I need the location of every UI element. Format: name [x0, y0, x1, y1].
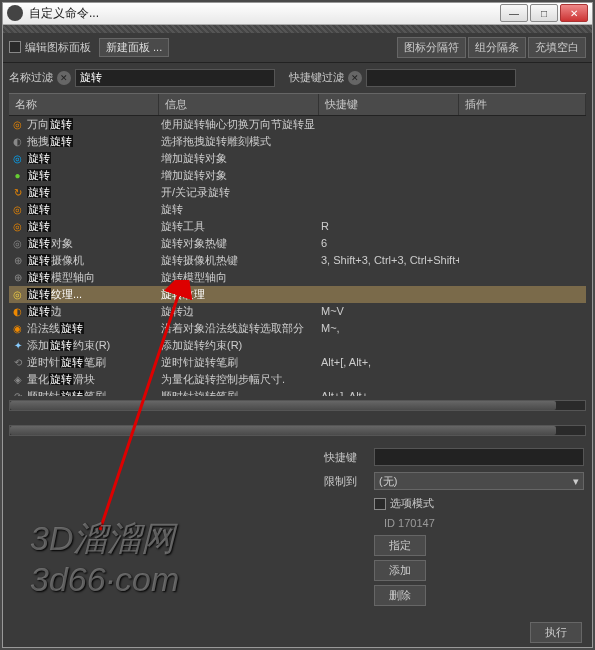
cell-info: 旋转边 [159, 304, 319, 319]
table-row[interactable]: ◐拖拽旋转选择拖拽旋转雕刻模式 [9, 133, 586, 150]
cell-info: 沿着对象沿法线旋转选取部分 [159, 321, 319, 336]
table-header: 名称 信息 快捷键 插件 [9, 93, 586, 116]
horizontal-scrollbar[interactable] [9, 400, 586, 411]
chevron-down-icon: ▾ [573, 475, 579, 488]
clear-name-filter-icon[interactable]: ✕ [57, 71, 71, 85]
cell-info: 旋转对象热键 [159, 236, 319, 251]
bottom-left [11, 448, 314, 610]
row-icon: ◎ [11, 118, 24, 131]
assign-button[interactable]: 指定 [374, 535, 426, 556]
horizontal-scrollbar-2[interactable] [9, 425, 586, 436]
cell-name: ◉沿法线旋转 [9, 321, 159, 336]
shortcut-label: 快捷键 [324, 450, 374, 465]
row-name: 旋转模型轴向 [27, 270, 95, 285]
table-row[interactable]: ◎旋转旋转 [9, 201, 586, 218]
add-button[interactable]: 添加 [374, 560, 426, 581]
cell-name: ◈量化旋转滑块 [9, 372, 159, 387]
window-buttons: — □ ✕ [500, 4, 588, 22]
row-icon: ◎ [11, 288, 24, 301]
bottom-panel: 快捷键 限制到 (无) ▾ 选项模式 ID 170147 指定 添加 删除 [3, 440, 592, 618]
cell-info: 为量化旋转控制步幅尺寸. [159, 372, 319, 387]
close-button[interactable]: ✕ [560, 4, 588, 22]
delete-button[interactable]: 删除 [374, 585, 426, 606]
table-row[interactable]: ⟲逆时针旋转笔刷逆时针旋转笔刷Alt+[, Alt+, [9, 354, 586, 371]
restrict-label: 限制到 [324, 474, 374, 489]
col-name[interactable]: 名称 [9, 94, 159, 115]
cell-name: ↻旋转 [9, 185, 159, 200]
cell-name: ◎旋转 [9, 202, 159, 217]
edit-icon-panel-checkbox[interactable] [9, 41, 21, 53]
scrollbar-thumb[interactable] [10, 401, 556, 410]
row-icon: ◈ [11, 373, 24, 386]
cell-shortcut: Alt+[, Alt+, [319, 356, 459, 368]
table-body: ◎万向旋转使用旋转轴心切换万向节旋转显◐拖拽旋转选择拖拽旋转雕刻模式◎旋转增加旋… [9, 116, 586, 396]
execute-button[interactable]: 执行 [530, 622, 582, 643]
table-row[interactable]: ◎旋转纹理...旋转纹理 [9, 286, 586, 303]
row-name: 沿法线旋转 [27, 321, 84, 336]
col-shortcut[interactable]: 快捷键 [319, 94, 459, 115]
cell-info: 旋转纹理 [159, 287, 319, 302]
row-name: 旋转对象 [27, 236, 73, 251]
row-name: 添加旋转约束(R) [27, 338, 110, 353]
icon-separator-button[interactable]: 图标分隔符 [397, 37, 466, 58]
cell-shortcut: M~, [319, 322, 459, 334]
commands-table: 名称 信息 快捷键 插件 ◎万向旋转使用旋转轴心切换万向节旋转显◐拖拽旋转选择拖… [9, 93, 586, 396]
scrollbar-thumb-2[interactable] [10, 426, 556, 435]
fill-space-button[interactable]: 充填空白 [528, 37, 586, 58]
group-separator-button[interactable]: 组分隔条 [468, 37, 526, 58]
table-row[interactable]: ⊕旋转摄像机旋转摄像机热键3, Shift+3, Ctrl+3, Ctrl+Sh… [9, 252, 586, 269]
execute-row: 执行 [3, 618, 592, 647]
table-row[interactable]: ⊕旋转模型轴向旋转模型轴向 [9, 269, 586, 286]
row-icon: ◉ [11, 322, 24, 335]
row-icon: ● [11, 169, 24, 182]
row-name: 顺时针旋转笔刷 [27, 389, 106, 396]
row-name: 量化旋转滑块 [27, 372, 95, 387]
cell-info: 增加旋转对象 [159, 168, 319, 183]
table-row[interactable]: ◎旋转旋转工具R [9, 218, 586, 235]
minimize-button[interactable]: — [500, 4, 528, 22]
row-name: 旋转边 [27, 304, 62, 319]
table-row[interactable]: ◎旋转对象旋转对象热键6 [9, 235, 586, 252]
shortcut-filter-input[interactable] [366, 69, 516, 87]
cell-name: ◎万向旋转 [9, 117, 159, 132]
cell-info: 逆时针旋转笔刷 [159, 355, 319, 370]
cell-info: 使用旋转轴心切换万向节旋转显 [159, 117, 319, 132]
cell-info: 旋转摄像机热键 [159, 253, 319, 268]
name-filter-input[interactable] [75, 69, 275, 87]
row-name: 旋转 [27, 168, 51, 183]
table-row[interactable]: ↻旋转开/关记录旋转 [9, 184, 586, 201]
shortcut-input[interactable] [374, 448, 584, 466]
row-name: 旋转 [27, 185, 51, 200]
col-plugin[interactable]: 插件 [459, 94, 586, 115]
option-mode-checkbox[interactable] [374, 498, 386, 510]
new-panel-button[interactable]: 新建面板 ... [99, 38, 169, 57]
table-row[interactable]: ◈量化旋转滑块为量化旋转控制步幅尺寸. [9, 371, 586, 388]
table-row[interactable]: ◉沿法线旋转沿着对象沿法线旋转选取部分M~, [9, 320, 586, 337]
table-row[interactable]: ◐旋转边旋转边M~V [9, 303, 586, 320]
col-info[interactable]: 信息 [159, 94, 319, 115]
row-name: 万向旋转 [27, 117, 73, 132]
id-text: ID 170147 [384, 517, 584, 529]
cell-name: ⊕旋转模型轴向 [9, 270, 159, 285]
row-icon: ⊕ [11, 254, 24, 267]
restrict-value: (无) [379, 474, 397, 489]
table-row[interactable]: ✦添加旋转约束(R)添加旋转约束(R) [9, 337, 586, 354]
grip-bar[interactable] [3, 25, 592, 33]
shortcut-row: 快捷键 [324, 448, 584, 466]
row-name: 旋转 [27, 219, 51, 234]
table-row[interactable]: ●旋转增加旋转对象 [9, 167, 586, 184]
toolbar-right: 图标分隔符 组分隔条 充填空白 [397, 37, 586, 58]
bottom-right: 快捷键 限制到 (无) ▾ 选项模式 ID 170147 指定 添加 删除 [324, 448, 584, 610]
restrict-select[interactable]: (无) ▾ [374, 472, 584, 490]
table-row[interactable]: ◎万向旋转使用旋转轴心切换万向节旋转显 [9, 116, 586, 133]
cell-shortcut: R [319, 220, 459, 232]
row-name: 旋转摄像机 [27, 253, 84, 268]
clear-shortcut-filter-icon[interactable]: ✕ [348, 71, 362, 85]
row-name: 旋转 [27, 202, 51, 217]
maximize-button[interactable]: □ [530, 4, 558, 22]
row-icon: ◎ [11, 203, 24, 216]
cell-shortcut: 6 [319, 237, 459, 249]
table-row[interactable]: ◎旋转增加旋转对象 [9, 150, 586, 167]
row-icon: ⊕ [11, 271, 24, 284]
table-row[interactable]: ⟳顺时针旋转笔刷顺时针旋转笔刷Alt+], Alt+. [9, 388, 586, 396]
